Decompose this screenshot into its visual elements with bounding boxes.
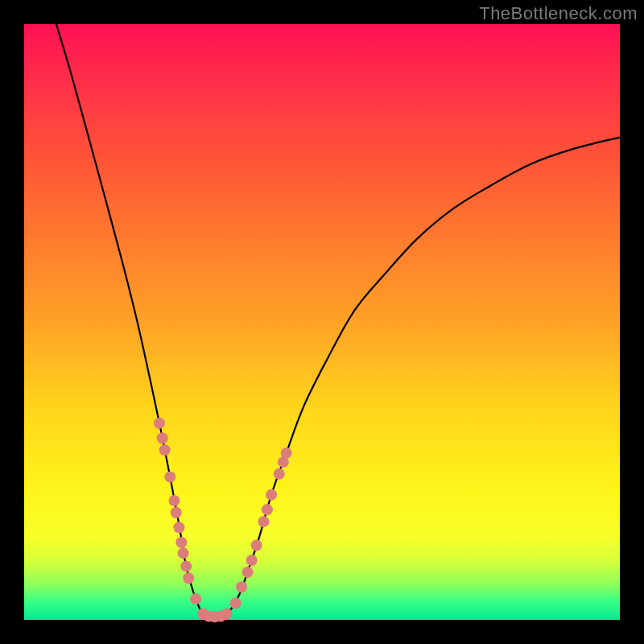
data-dot	[281, 448, 292, 459]
watermark-text: TheBottleneck.com	[479, 3, 638, 24]
data-dot	[190, 593, 201, 605]
data-dot	[266, 489, 277, 501]
data-dot	[178, 547, 189, 559]
data-dot	[221, 609, 233, 620]
data-dot	[157, 432, 168, 444]
plot-area	[24, 24, 620, 620]
chart-frame: TheBottleneck.com	[0, 0, 644, 644]
data-dot	[173, 522, 184, 533]
data-dot	[246, 555, 258, 566]
bottleneck-curve	[56, 24, 620, 617]
data-dot	[242, 567, 254, 578]
data-dot	[230, 597, 242, 609]
chart-svg	[24, 24, 620, 620]
data-dot	[274, 469, 285, 480]
data-dot	[171, 507, 182, 518]
data-dot	[159, 444, 171, 456]
data-dot	[236, 581, 247, 592]
data-dots-group	[154, 418, 292, 623]
data-dot	[154, 418, 165, 429]
data-dot	[262, 504, 273, 515]
data-dot	[251, 540, 262, 551]
data-dot	[168, 495, 180, 506]
data-dot	[183, 572, 194, 584]
data-dot	[175, 537, 187, 548]
data-dot	[258, 516, 269, 527]
data-dot	[164, 471, 175, 482]
data-dot	[180, 560, 192, 572]
